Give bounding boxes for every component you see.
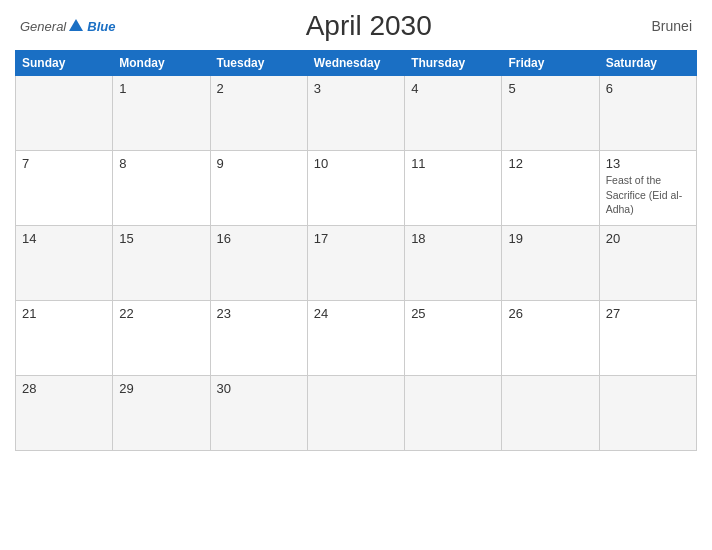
- day-number: 13: [606, 156, 690, 171]
- day-cell: [502, 376, 599, 451]
- month-title: April 2030: [115, 10, 622, 42]
- day-number: 14: [22, 231, 106, 246]
- header-saturday: Saturday: [599, 51, 696, 76]
- day-number: 30: [217, 381, 301, 396]
- day-cell: 26: [502, 301, 599, 376]
- day-number: 7: [22, 156, 106, 171]
- week-row-5: 282930: [16, 376, 697, 451]
- day-number: 25: [411, 306, 495, 321]
- day-cell: 14: [16, 226, 113, 301]
- day-cell: 5: [502, 76, 599, 151]
- week-row-2: 78910111213Feast of the Sacrifice (Eid a…: [16, 151, 697, 226]
- day-number: 24: [314, 306, 398, 321]
- day-number: 9: [217, 156, 301, 171]
- header-tuesday: Tuesday: [210, 51, 307, 76]
- day-cell: 15: [113, 226, 210, 301]
- day-cell: 2: [210, 76, 307, 151]
- day-number: 26: [508, 306, 592, 321]
- day-cell: 30: [210, 376, 307, 451]
- day-cell: 1: [113, 76, 210, 151]
- day-cell: 13Feast of the Sacrifice (Eid al-Adha): [599, 151, 696, 226]
- logo-blue-text: Blue: [87, 19, 115, 34]
- day-number: 1: [119, 81, 203, 96]
- week-row-1: 123456: [16, 76, 697, 151]
- day-cell: 29: [113, 376, 210, 451]
- logo-general-text: General: [20, 19, 66, 34]
- day-number: 16: [217, 231, 301, 246]
- logo-triangle-icon: [69, 19, 83, 31]
- day-cell: 22: [113, 301, 210, 376]
- header-friday: Friday: [502, 51, 599, 76]
- day-cell: 24: [307, 301, 404, 376]
- logo: General Blue: [20, 17, 115, 35]
- day-number: 2: [217, 81, 301, 96]
- day-cell: 28: [16, 376, 113, 451]
- day-number: 29: [119, 381, 203, 396]
- country-label: Brunei: [622, 18, 692, 34]
- day-cell: 11: [405, 151, 502, 226]
- header-monday: Monday: [113, 51, 210, 76]
- day-number: 12: [508, 156, 592, 171]
- header-thursday: Thursday: [405, 51, 502, 76]
- week-row-4: 21222324252627: [16, 301, 697, 376]
- day-number: 28: [22, 381, 106, 396]
- day-number: 4: [411, 81, 495, 96]
- day-number: 17: [314, 231, 398, 246]
- week-row-3: 14151617181920: [16, 226, 697, 301]
- day-number: 19: [508, 231, 592, 246]
- calendar-container: General Blue April 2030 Brunei Sunday Mo…: [0, 0, 712, 550]
- event-text: Feast of the Sacrifice (Eid al-Adha): [606, 174, 682, 215]
- day-number: 11: [411, 156, 495, 171]
- day-cell: 21: [16, 301, 113, 376]
- day-number: 10: [314, 156, 398, 171]
- header-sunday: Sunday: [16, 51, 113, 76]
- day-cell: 3: [307, 76, 404, 151]
- day-cell: 9: [210, 151, 307, 226]
- calendar-grid: Sunday Monday Tuesday Wednesday Thursday…: [15, 50, 697, 451]
- day-number: 18: [411, 231, 495, 246]
- day-cell: 17: [307, 226, 404, 301]
- day-cell: 4: [405, 76, 502, 151]
- day-number: 27: [606, 306, 690, 321]
- day-cell: 6: [599, 76, 696, 151]
- day-cell: 27: [599, 301, 696, 376]
- calendar-header: General Blue April 2030 Brunei: [15, 10, 697, 42]
- day-cell: 19: [502, 226, 599, 301]
- day-cell: 18: [405, 226, 502, 301]
- day-number: 20: [606, 231, 690, 246]
- day-cell: 8: [113, 151, 210, 226]
- day-cell: 23: [210, 301, 307, 376]
- day-number: 6: [606, 81, 690, 96]
- day-number: 22: [119, 306, 203, 321]
- day-cell: 10: [307, 151, 404, 226]
- day-cell: [307, 376, 404, 451]
- day-number: 3: [314, 81, 398, 96]
- day-cell: 20: [599, 226, 696, 301]
- day-number: 5: [508, 81, 592, 96]
- day-cell: [599, 376, 696, 451]
- day-number: 23: [217, 306, 301, 321]
- day-number: 15: [119, 231, 203, 246]
- header-wednesday: Wednesday: [307, 51, 404, 76]
- day-cell: 12: [502, 151, 599, 226]
- day-cell: [405, 376, 502, 451]
- day-number: 8: [119, 156, 203, 171]
- day-cell: 25: [405, 301, 502, 376]
- day-cell: 7: [16, 151, 113, 226]
- weekday-header-row: Sunday Monday Tuesday Wednesday Thursday…: [16, 51, 697, 76]
- day-number: 21: [22, 306, 106, 321]
- day-cell: 16: [210, 226, 307, 301]
- day-cell: [16, 76, 113, 151]
